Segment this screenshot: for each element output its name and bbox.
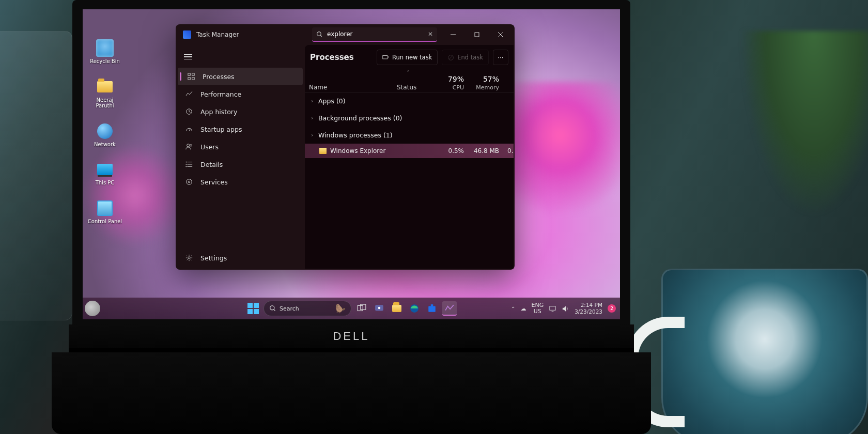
icon-label: Recycle Bin xyxy=(90,58,120,65)
search-icon xyxy=(316,31,323,38)
close-button[interactable] xyxy=(489,24,513,45)
recycle-bin-icon[interactable]: Recycle Bin xyxy=(87,39,123,65)
svg-point-0 xyxy=(317,32,321,36)
svg-rect-35 xyxy=(550,306,555,310)
nav-app-history[interactable]: App history xyxy=(178,103,303,120)
screen-bezel: Recycle Bin Neeraj Paruthi Network This … xyxy=(72,0,630,324)
toolbar: Processes Run new task End task ⋯ xyxy=(305,45,514,70)
time: 2:14 PM xyxy=(575,302,602,308)
button-label: End task xyxy=(457,54,483,61)
run-new-task-button[interactable]: Run new task xyxy=(377,50,438,65)
gauge-icon xyxy=(185,125,193,133)
nav-label: App history xyxy=(200,108,237,116)
col-cpu[interactable]: 79% CPU xyxy=(436,75,468,91)
store-button[interactable] xyxy=(425,301,439,316)
nav-settings[interactable]: Settings xyxy=(178,249,303,267)
history-icon xyxy=(185,107,193,116)
icon-label: Network xyxy=(94,142,116,148)
end-task-icon xyxy=(447,54,454,61)
minimize-button[interactable] xyxy=(441,24,465,45)
nav-label: Processes xyxy=(203,73,235,81)
control-panel-icon[interactable]: Control Panel xyxy=(87,199,123,225)
clear-search-icon[interactable]: ✕ xyxy=(428,30,433,38)
maximize-button[interactable] xyxy=(465,24,489,45)
svg-point-12 xyxy=(187,144,190,147)
decorative-mug xyxy=(661,269,868,434)
start-button[interactable] xyxy=(246,301,260,316)
nav-label: Services xyxy=(200,178,228,186)
network-icon[interactable]: Network xyxy=(87,122,123,148)
icon-label: Neeraj Paruthi xyxy=(87,97,123,109)
gear-icon xyxy=(185,254,193,262)
search-icon xyxy=(269,305,276,312)
file-explorer-button[interactable] xyxy=(390,301,404,316)
clock[interactable]: 2:14 PM 3/23/2023 xyxy=(575,302,602,315)
network-icon[interactable] xyxy=(549,305,556,313)
svg-marker-37 xyxy=(563,305,566,311)
taskbar[interactable]: Search 🦫 ⌃ ☁ ENG US xyxy=(83,298,620,319)
nav-details[interactable]: Details xyxy=(178,156,303,173)
user-folder-icon[interactable]: Neeraj Paruthi xyxy=(87,78,123,109)
edge-button[interactable] xyxy=(407,301,422,316)
more-button[interactable]: ⋯ xyxy=(493,50,508,65)
control-panel-glyph xyxy=(97,200,113,216)
search-box[interactable]: ✕ xyxy=(312,27,437,42)
svg-rect-8 xyxy=(188,78,190,80)
col-status[interactable]: Status xyxy=(393,84,436,91)
nav-users[interactable]: Users xyxy=(178,138,303,156)
chat-button[interactable] xyxy=(372,301,386,316)
titlebar[interactable]: Task Manager ✕ xyxy=(176,24,515,45)
task-manager-window[interactable]: Task Manager ✕ xyxy=(176,24,515,270)
window-title: Task Manager xyxy=(196,31,239,38)
nav-label: Performance xyxy=(200,90,241,98)
end-task-button: End task xyxy=(442,50,489,65)
nav-startup-apps[interactable]: Startup apps xyxy=(178,120,303,138)
group-windows[interactable]: Windows processes (1) xyxy=(305,127,514,144)
taskbar-search[interactable]: Search 🦫 xyxy=(264,301,351,316)
process-name: Windows Explorer xyxy=(330,147,385,154)
svg-rect-6 xyxy=(188,73,190,75)
sort-caret-icon: ⌃ xyxy=(305,70,512,75)
svg-line-25 xyxy=(450,56,453,59)
nav-services[interactable]: Services xyxy=(178,173,303,191)
nav-processes[interactable]: Processes xyxy=(178,68,303,85)
table-header[interactable]: ⌃ Name Status 79% CPU 57% Memory xyxy=(305,70,514,92)
volume-icon[interactable] xyxy=(562,305,569,313)
col-name[interactable]: Name xyxy=(305,84,393,91)
group-apps[interactable]: Apps (0) xyxy=(305,92,514,110)
decorative-glass xyxy=(0,31,72,320)
windows-logo-icon xyxy=(247,303,259,314)
icon-label: Control Panel xyxy=(88,219,122,225)
group-background[interactable]: Background processes (0) xyxy=(305,110,514,127)
col-memory[interactable]: 57% Memory xyxy=(468,75,503,91)
wallpaper-flower xyxy=(506,82,620,216)
hamburger-menu[interactable] xyxy=(178,48,198,66)
services-icon xyxy=(185,178,193,186)
nav-label: Users xyxy=(200,143,219,151)
button-label: Run new task xyxy=(392,54,432,61)
widgets-button[interactable] xyxy=(85,301,100,316)
tray-chevron-icon[interactable]: ⌃ xyxy=(511,306,515,312)
svg-rect-7 xyxy=(192,73,194,75)
cpu-label: CPU xyxy=(440,84,464,91)
search-mascot-icon: 🦫 xyxy=(335,304,346,314)
nav-performance[interactable]: Performance xyxy=(178,85,303,103)
svg-point-22 xyxy=(188,257,190,259)
onedrive-icon[interactable]: ☁ xyxy=(520,305,526,312)
grid-icon xyxy=(187,72,195,81)
svg-point-21 xyxy=(188,181,190,183)
svg-rect-34 xyxy=(431,304,433,307)
task-view-button[interactable] xyxy=(354,301,369,316)
notification-badge[interactable]: 2 xyxy=(608,304,616,313)
svg-rect-33 xyxy=(428,306,436,312)
process-row-windows-explorer[interactable]: Windows Explorer 0.5% 46.8 MB 0. xyxy=(305,144,514,158)
task-manager-taskbar-button[interactable] xyxy=(442,301,457,316)
monitor-icon xyxy=(97,164,113,175)
search-input[interactable] xyxy=(327,30,424,38)
windows-desktop[interactable]: Recycle Bin Neeraj Paruthi Network This … xyxy=(83,9,620,319)
language-indicator[interactable]: ENG US xyxy=(531,302,544,315)
this-pc-icon[interactable]: This PC xyxy=(87,161,123,186)
process-table: ⌃ Name Status 79% CPU 57% Memory xyxy=(305,70,514,269)
svg-rect-9 xyxy=(192,78,194,80)
cpu-percent: 79% xyxy=(440,75,464,84)
